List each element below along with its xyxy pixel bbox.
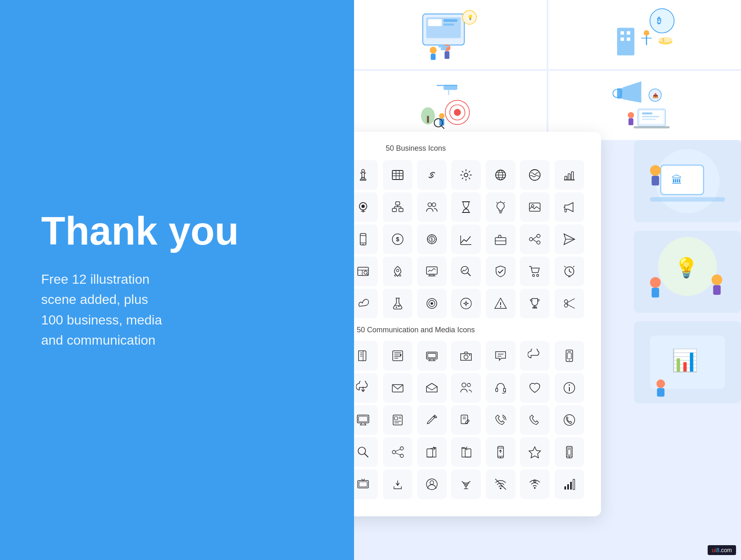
icon-tv2 [354, 469, 378, 499]
svg-point-258 [467, 383, 471, 387]
icon-phone-circle [555, 405, 584, 435]
svg-rect-233 [400, 354, 401, 356]
svg-point-129 [428, 203, 432, 207]
svg-point-55 [650, 165, 661, 176]
comm-icon-grid: 66 [354, 341, 586, 499]
svg-point-218 [564, 300, 568, 303]
svg-text:📊: 📊 [671, 348, 698, 373]
svg-point-187 [533, 275, 535, 277]
svg-point-325 [500, 488, 501, 489]
svg-rect-144 [360, 233, 366, 245]
icon-wifi2 [486, 469, 515, 499]
svg-rect-123 [392, 208, 396, 212]
svg-line-220 [567, 299, 575, 303]
svg-text:$: $ [396, 236, 399, 243]
illus-thumb-2: ₿ $ [548, 0, 741, 69]
icon-trend-chart [451, 224, 481, 254]
svg-rect-136 [529, 203, 540, 211]
icon-chess [354, 160, 378, 190]
svg-point-257 [462, 383, 466, 387]
svg-rect-300 [427, 449, 433, 457]
icon-info [555, 373, 584, 403]
icon-cloud-download [354, 373, 378, 403]
svg-point-211 [465, 303, 467, 305]
icon-download-arrow [383, 469, 412, 499]
icon-link [417, 160, 447, 190]
icon-person-circle [417, 469, 447, 499]
svg-point-105 [529, 170, 540, 180]
icon-mobile [354, 224, 378, 254]
icon-bar-chart [555, 160, 584, 190]
icon-import-box [451, 437, 481, 467]
svg-point-185 [461, 266, 468, 274]
side-illus-1: 🏛 [634, 140, 741, 222]
svg-line-180 [367, 274, 368, 275]
svg-rect-62 [713, 285, 720, 295]
svg-point-263 [569, 385, 570, 386]
icon-rocket [383, 257, 412, 286]
icon-megaphone [555, 192, 584, 222]
svg-point-61 [712, 275, 722, 285]
icon-mail [383, 373, 412, 403]
icon-book [354, 341, 378, 371]
svg-line-294 [365, 454, 368, 457]
svg-point-34 [439, 113, 444, 118]
svg-marker-138 [565, 203, 573, 212]
svg-point-246 [569, 359, 569, 360]
icon-dollar: $ [383, 224, 412, 254]
left-panel: Thank you Free 12 illustration scene add… [0, 0, 354, 560]
icon-mail-open [417, 373, 447, 403]
svg-text:💡: 💡 [674, 257, 699, 280]
icon-idea [486, 192, 515, 222]
icon-monitor [354, 405, 378, 435]
icon-panel: 50 Business Icons [354, 132, 601, 516]
svg-point-147 [363, 244, 364, 245]
illus-thumb-4: 📤 [548, 71, 741, 140]
icon-headphones [486, 373, 515, 403]
icon-screen-chart [417, 257, 447, 286]
svg-text:🏛: 🏛 [671, 174, 682, 187]
svg-rect-19 [627, 37, 630, 41]
svg-point-327 [534, 487, 536, 489]
icon-alarm [555, 257, 584, 286]
icon-broadcast [451, 469, 481, 499]
icon-wifi3 [520, 469, 550, 499]
svg-rect-52 [661, 165, 704, 195]
svg-rect-46 [642, 116, 659, 117]
svg-rect-271 [359, 416, 368, 422]
svg-rect-18 [620, 37, 624, 41]
page-title: Thank you [41, 209, 313, 253]
icon-earth [520, 160, 550, 190]
icon-hourglass [451, 192, 481, 222]
svg-rect-260 [503, 388, 506, 392]
svg-line-134 [496, 202, 497, 203]
svg-rect-12 [440, 47, 446, 50]
svg-rect-3 [443, 19, 457, 22]
side-illus-3: 📊 [634, 321, 741, 404]
svg-line-299 [395, 453, 400, 455]
illustrations-area: 💡 ₿ [354, 0, 741, 140]
icon-briefcase [486, 224, 515, 254]
svg-text:$: $ [662, 38, 664, 42]
svg-text:📤: 📤 [652, 93, 658, 98]
svg-line-135 [504, 202, 505, 203]
svg-point-307 [500, 457, 501, 457]
illus-thumb-3 [354, 71, 547, 140]
svg-rect-313 [568, 449, 571, 455]
svg-line-298 [395, 449, 400, 451]
svg-text:₿: ₿ [657, 16, 661, 25]
svg-point-119 [361, 205, 365, 208]
svg-point-13 [650, 9, 674, 33]
svg-line-221 [567, 305, 575, 309]
svg-rect-15 [617, 28, 634, 55]
svg-rect-302 [465, 449, 471, 457]
svg-rect-10 [445, 51, 450, 58]
svg-rect-108 [571, 172, 573, 180]
svg-rect-122 [396, 202, 400, 205]
icon-users [451, 373, 481, 403]
svg-rect-276 [394, 417, 398, 420]
icon-edit [451, 405, 481, 435]
svg-line-160 [533, 236, 537, 239]
svg-rect-47 [642, 119, 656, 120]
svg-rect-48 [634, 126, 669, 128]
